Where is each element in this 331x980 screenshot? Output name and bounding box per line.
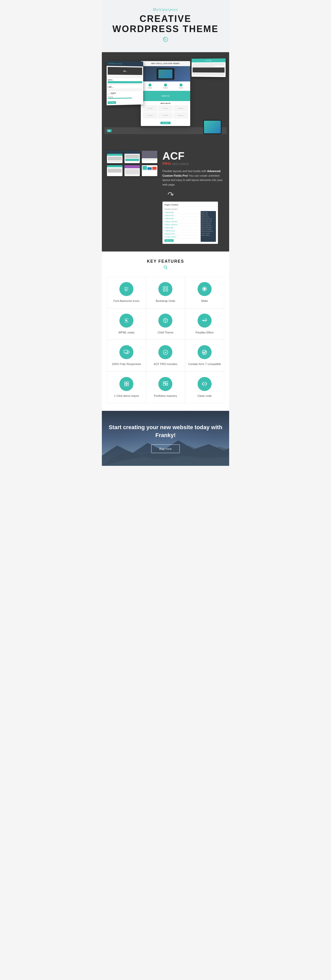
acf-card-3-dark	[142, 151, 158, 158]
mockup-why-header: WHY YOU'LL LOVE OUR THEME?	[141, 61, 190, 66]
mockup-service-4: 05. Service	[158, 112, 173, 119]
acf-card-6-bar-1	[143, 166, 147, 170]
acf-card-5-line-1	[125, 175, 139, 175]
acf-card-2-teal	[125, 159, 139, 161]
acf-right-item-4: Block info Icons	[201, 218, 215, 220]
svg-rect-7	[163, 286, 165, 288]
right-line-1	[193, 64, 224, 64]
mockup-services-grid: 01. Service 04. Service Responsive 02. S…	[143, 105, 188, 119]
right-mockup-body	[191, 62, 226, 77]
feature-portfolios: Portfolios masonry	[146, 372, 185, 403]
mockup-laptop-icon	[157, 68, 174, 80]
acf-right-item-10: Block accordions	[201, 230, 215, 232]
svg-rect-23	[166, 382, 168, 383]
left-iam-text: I AM ...	[108, 85, 142, 89]
acf-card-1-line-2	[108, 162, 122, 162]
acf-mockups-panel	[107, 151, 158, 176]
feature-portfolios-icon	[158, 377, 172, 391]
left-text-line-4	[108, 89, 142, 90]
key-features-section: KEY FEATURES Font Awesome Icons	[102, 251, 229, 411]
acf-mockups-grid	[107, 151, 158, 176]
acf-card-1-header	[107, 151, 123, 154]
hero-title-line1: CREATIVE	[140, 13, 191, 24]
feature-responsive-label: 100% Fully Responsive	[110, 362, 143, 366]
phone-screen	[204, 121, 221, 134]
svg-rect-14	[124, 350, 127, 353]
acf-card-1-body	[107, 156, 123, 163]
acf-right-item-2: Block text	[201, 214, 215, 216]
acf-right-item-1: Block title	[201, 212, 215, 214]
hero-title-line2: WORDPRESS THEME	[112, 24, 218, 34]
acf-description-strong: Advanced Custom Fields Pro!	[162, 170, 221, 177]
feature-slider-label: Slider	[188, 299, 221, 303]
feature-parallax: Parallax Effect	[185, 308, 224, 340]
acf-card-3-line-2	[143, 160, 157, 161]
feature-child-theme-label: Child Theme	[149, 331, 182, 334]
acf-logo-text: ACF	[162, 150, 185, 162]
right-mockup: OC's Suite	[191, 59, 225, 77]
acf-section: ACF PRO INCLUSED Flexible layouts and fa…	[102, 143, 229, 251]
mockup-view-more-container: View More	[143, 120, 188, 124]
theme-preview-section: ✦ FRANKY STUDIO DI... ABOU... I AM ...	[102, 52, 229, 143]
left-analysis-text: Coding	[110, 94, 116, 95]
mockup-view-more-btn[interactable]: View More	[161, 122, 170, 124]
acf-logo-container: ACF	[162, 151, 224, 161]
acf-card-1-line-1	[108, 161, 122, 161]
acf-card-3-body	[142, 158, 158, 161]
feature-acf-pro-icon	[158, 345, 172, 359]
acf-right-item-7: Block portfolio	[201, 224, 215, 226]
acf-card-3	[142, 151, 158, 163]
mockup-feature-2: Feature	[163, 83, 167, 89]
acf-toolbar-subtitle: Flexible Content	[164, 208, 216, 210]
mockup-features-row: Feature Feature Feature	[141, 81, 190, 91]
acf-card-3-line-1	[143, 159, 157, 160]
acf-right-item-12: Block clients	[201, 234, 215, 236]
hero-multipurpose-label: Multipurpose	[107, 8, 224, 12]
right-line-2	[193, 65, 224, 65]
feature-bootstrap-icon	[158, 282, 172, 296]
acf-item-4: 4 Block columns	[164, 220, 199, 223]
key-features-title: KEY FEATURES	[107, 259, 224, 264]
feature-bootstrap-grids: Bootstrap Grids	[146, 277, 185, 308]
feature-clean-code: Clean code	[185, 372, 224, 403]
acf-pages-toolbar: Pages Toolbar Flexible Content 1 Block t…	[162, 202, 218, 244]
feature-acf-pro: ACF PRO includes	[146, 340, 185, 371]
acf-card-4-img	[108, 169, 122, 173]
acf-item-1: 1 Block title	[164, 211, 199, 214]
svg-text:W: W	[164, 38, 167, 41]
left-mockup-body: DI... ABOU... I AM ... Analysis Coding	[107, 66, 143, 105]
acf-card-2	[124, 151, 140, 163]
mockup-feature-label-2: Feature	[163, 87, 167, 89]
acf-card-1	[107, 151, 123, 163]
acf-item-8: 8 Block Icons	[164, 232, 199, 235]
feature-child-theme: Child Theme	[146, 308, 185, 340]
wordpress-icon: W	[107, 37, 224, 43]
feature-font-awesome-icon	[119, 282, 134, 296]
feature-wpml: WPML ready	[107, 308, 146, 340]
acf-card-6-bar-3	[152, 167, 157, 170]
mockup-service-3: 02. Service	[143, 112, 158, 119]
mockup-about-section: ABOUT US	[141, 91, 190, 101]
acf-item-9: 9 Call to action	[164, 235, 199, 239]
cta-buy-button[interactable]: Buy now	[151, 444, 180, 453]
feature-wpml-label: WPML ready	[110, 331, 143, 334]
phone-mockup	[203, 120, 221, 134]
acf-card-5-body	[124, 168, 140, 176]
acf-item-6: 6 Block title	[164, 226, 199, 229]
right-line-5	[193, 75, 224, 76]
acf-toolbar-body: 1 Block title 2 Block text 3 Block title…	[164, 211, 216, 242]
feature-wpml-icon	[119, 313, 134, 328]
left-see-more-btn[interactable]: See More	[108, 101, 116, 104]
svg-line-3	[166, 268, 167, 269]
feature-contact-form-icon	[197, 345, 212, 359]
left-text-line-3	[108, 84, 142, 85]
acf-arrow-icon: ↷	[167, 190, 224, 199]
mockup-feature-icon-2	[164, 83, 167, 86]
features-grid: Font Awesome Icons Bootstrap Grids	[107, 277, 224, 404]
feature-portfolios-label: Portfolios masonry	[149, 394, 182, 398]
svg-point-17	[202, 350, 207, 355]
mockup-feature-1: Feature	[148, 83, 152, 89]
left-mockup-hero-text: DI...	[108, 67, 142, 75]
acf-add-more-btn[interactable]: Add more	[164, 239, 173, 242]
acf-card-6-stats	[143, 166, 157, 170]
